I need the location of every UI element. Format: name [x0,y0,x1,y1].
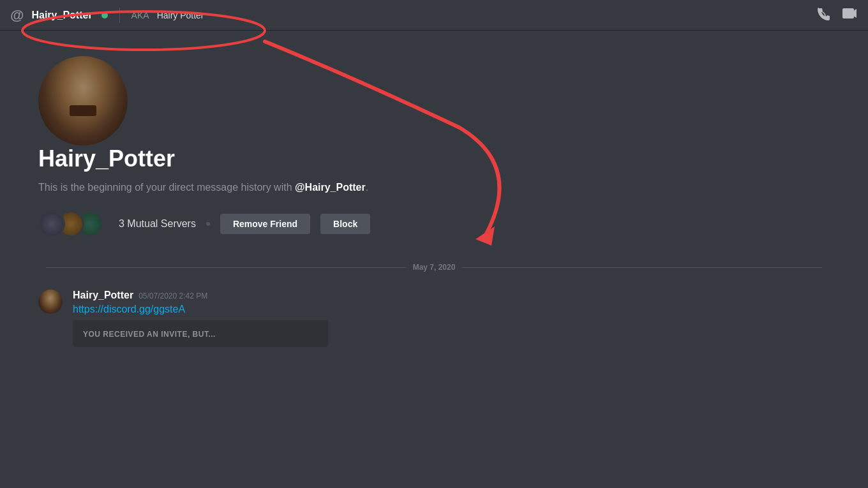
separator-dot [206,222,210,226]
message-timestamp: 05/07/2020 2:42 PM [138,292,207,300]
dm-history-text: This is the beginning of your direct mes… [38,180,830,195]
block-button[interactable]: Block [320,214,370,234]
date-divider: May 7, 2020 [38,263,830,272]
date-divider-label: May 7, 2020 [413,263,456,272]
header-icons [817,6,858,24]
header-username: Hairy_Potter [31,10,92,21]
header-display-name: Hairy Potter [157,10,204,20]
message-item: Hairy_Potter 05/07/2020 2:42 PM https://… [38,285,830,352]
mutual-servers-row: 3 Mutual Servers Remove Friend Block [38,211,830,237]
profile-avatar [38,56,128,145]
call-icon[interactable] [817,6,832,24]
message-content: Hairy_Potter 05/07/2020 2:42 PM https://… [73,290,830,347]
mutual-servers-count: 3 Mutual Servers [119,218,196,230]
video-icon[interactable] [842,6,858,24]
dm-history-prefix: This is the beginning of your direct mes… [38,182,295,193]
online-status-dot [101,12,108,18]
header-divider [119,8,120,23]
mutual-server-avatar-1 [38,211,65,237]
invite-label: YOU RECEIVED AN INVITE, BUT... [83,330,216,339]
profile-name: Hairy_Potter [38,145,830,172]
message-header: Hairy_Potter 05/07/2020 2:42 PM [73,290,830,301]
remove-friend-button[interactable]: Remove Friend [220,214,310,234]
main-content: Hairy_Potter This is the beginning of yo… [0,31,868,365]
dm-history-mention: @Hairy_Potter [295,182,366,193]
invite-box: YOU RECEIVED AN INVITE, BUT... [73,320,328,347]
message-link[interactable]: https://discord.gg/ggsteA [73,304,185,314]
dm-history-suffix: . [366,182,368,193]
aka-label: AKA [131,10,149,20]
at-icon: @ [10,7,24,24]
mutual-server-avatars [38,211,96,237]
header: @ Hairy_Potter AKA Hairy Potter [0,0,868,31]
message-author: Hairy_Potter [73,290,133,301]
message-avatar [38,290,63,314]
